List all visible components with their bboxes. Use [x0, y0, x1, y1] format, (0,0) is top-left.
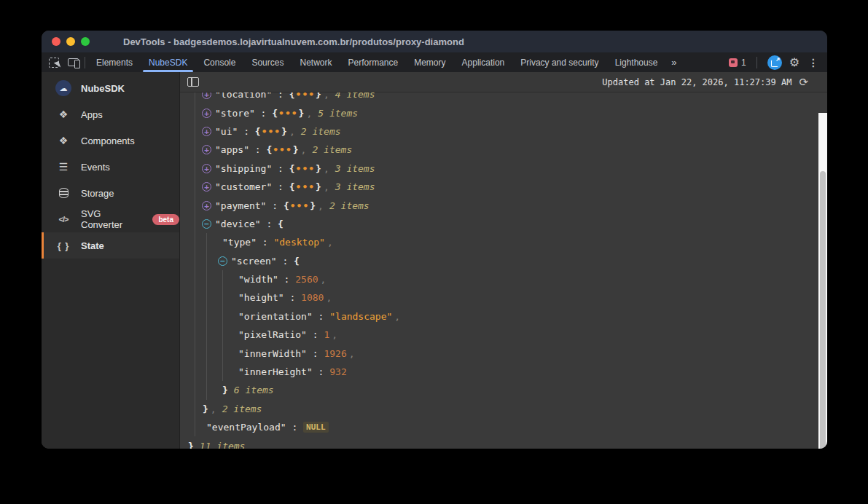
tree-row[interactable]: "innerWidth" : 1926, [180, 344, 827, 362]
tree-row[interactable]: +"shipping" : {•••},3 items [180, 160, 827, 178]
divider [85, 57, 85, 68]
tree-token: : [266, 200, 283, 211]
inspect-element-icon[interactable] [49, 58, 59, 68]
sidebar-item-label: Events [81, 162, 110, 173]
tab-console[interactable]: Console [195, 52, 243, 72]
tree-token: , [324, 92, 329, 100]
sidebar-item-apps[interactable]: ❖ Apps [42, 101, 179, 127]
settings-gear-icon[interactable]: ⚙ [789, 57, 799, 68]
tab-lighthouse[interactable]: Lighthouse [607, 52, 666, 72]
expand-icon[interactable]: + [202, 109, 211, 118]
zoom-window-button[interactable] [81, 37, 90, 46]
tab-elements[interactable]: Elements [88, 52, 141, 72]
tree-row[interactable]: }6 items [180, 381, 827, 399]
tree-row[interactable]: +"store" : {•••},5 items [180, 103, 827, 122]
refresh-icon[interactable]: ⟳ [799, 76, 808, 87]
expand-icon[interactable]: + [202, 127, 211, 136]
tree-row[interactable]: +"location" : {•••},4 items [180, 92, 827, 103]
more-tabs-icon[interactable]: » [665, 52, 683, 72]
tree-token: , [318, 200, 324, 211]
traffic-lights [42, 37, 90, 46]
tree-token: { [255, 126, 261, 137]
tree-token: } [316, 163, 321, 174]
issues-counter[interactable]: 1 [729, 58, 746, 68]
tree-row[interactable]: "orientation" : "landscape", [180, 307, 827, 326]
items-count: 3 items [335, 181, 375, 192]
expand-icon[interactable]: + [202, 145, 211, 154]
tab-memory[interactable]: Memory [406, 52, 453, 72]
kebab-menu-icon[interactable]: ⋮ [807, 58, 820, 68]
expand-icon[interactable]: + [202, 92, 211, 99]
tree-row[interactable]: },2 items [180, 400, 827, 418]
tree-row[interactable]: −"screen" : { [180, 252, 827, 270]
json-key: "ui" [215, 126, 238, 137]
json-number-value: 932 [329, 366, 346, 377]
collapsed-ellipsis: ••• [295, 181, 316, 192]
items-count: 6 items [234, 385, 274, 395]
tree-row[interactable]: +"payment" : {•••},2 items [180, 196, 827, 214]
close-window-button[interactable] [52, 37, 60, 46]
json-key: "screen" [231, 256, 277, 267]
tree-row[interactable]: "type" : "desktop", [180, 233, 827, 251]
tab-sources[interactable]: Sources [243, 52, 292, 72]
issues-count: 1 [741, 58, 746, 68]
sidebar-item-storage[interactable]: Storage [42, 180, 179, 206]
tree-token: : [313, 311, 329, 322]
items-count: 2 items [301, 126, 341, 137]
collapse-icon[interactable]: − [202, 219, 211, 229]
indent-guide [206, 233, 207, 400]
tree-row[interactable]: "height" : 1080, [180, 288, 827, 307]
tree-token: } [188, 441, 194, 449]
devtools-tab-bar: Elements NubeSDK Console Sources Network… [42, 52, 827, 72]
tree-row[interactable]: "eventPayload" : NULL [180, 418, 827, 436]
tab-performance[interactable]: Performance [340, 52, 406, 72]
tree-row[interactable]: +"customer" : {•••},3 items [180, 178, 827, 196]
tree-token: : [272, 163, 289, 174]
tab-application[interactable]: Application [454, 52, 513, 72]
scrollbar-thumb[interactable] [820, 171, 826, 449]
tree-token: } [316, 181, 321, 192]
sidebar-item-state[interactable]: { } State [42, 232, 179, 259]
sidebar-item-events[interactable]: ☰ Events [42, 154, 179, 180]
devtools-window: DevTools - badgesdemos.lojavirtualnuvem.… [42, 31, 827, 449]
toggle-sidebar-icon[interactable] [187, 77, 199, 87]
tree-row[interactable]: −"device" : { [180, 215, 827, 233]
tree-row[interactable]: "width" : 2560, [180, 270, 827, 288]
tree-token: } [293, 144, 299, 155]
issues-icon [729, 58, 738, 67]
tab-nubesdk[interactable]: NubeSDK [141, 52, 195, 72]
tree-token: : [307, 329, 324, 340]
nubesdk-logo-icon: ☁ [55, 80, 71, 96]
tree-token: , [332, 329, 337, 340]
sidebar-item-svg-converter[interactable]: </> SVG Converter beta [42, 206, 179, 232]
json-key: "shipping" [215, 163, 272, 174]
sidebar-item-label: NubeSDK [81, 83, 125, 94]
json-key: "apps" [215, 144, 249, 155]
tree-row[interactable]: +"apps" : {•••},2 items [180, 141, 827, 159]
tree-token: , [301, 144, 307, 155]
sidebar-item-components[interactable]: ❖ Components [42, 127, 179, 154]
tree-row[interactable]: "pixelRatio" : 1, [180, 326, 827, 344]
storage-icon [55, 188, 71, 198]
tab-network[interactable]: Network [292, 52, 340, 72]
json-number-value: 2560 [295, 274, 318, 285]
expand-icon[interactable]: + [202, 182, 211, 192]
indent-guide [195, 92, 195, 436]
tree-token: : [278, 274, 295, 285]
device-toolbar-icon[interactable] [68, 58, 79, 66]
extension-icon[interactable] [767, 55, 782, 70]
tree-row[interactable]: }11 items [180, 436, 827, 449]
tree-row[interactable]: "innerHeight" : 932 [180, 363, 827, 381]
tree-token: , [394, 311, 400, 322]
tree-token: : [277, 256, 294, 267]
minimize-window-button[interactable] [66, 37, 75, 46]
tree-row[interactable]: +"ui" : {•••},2 items [180, 122, 827, 141]
tab-privacy-security[interactable]: Privacy and security [512, 52, 606, 72]
collapsed-ellipsis: ••• [295, 92, 316, 100]
vertical-scrollbar[interactable] [818, 113, 827, 449]
expand-icon[interactable]: + [202, 164, 211, 173]
expand-icon[interactable]: + [202, 201, 211, 210]
sidebar-item-label: Components [81, 135, 135, 146]
collapse-icon[interactable]: − [218, 256, 227, 266]
tree-token: : [255, 108, 272, 119]
